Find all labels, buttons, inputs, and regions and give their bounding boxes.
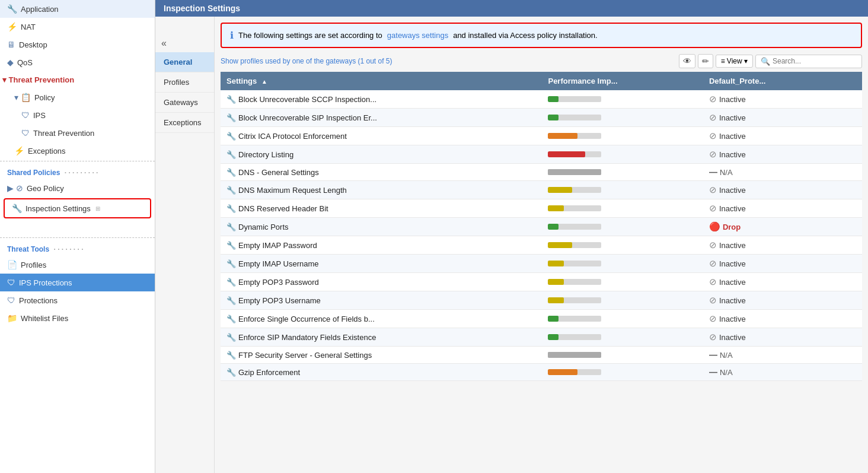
tab-exceptions[interactable]: Exceptions: [155, 113, 214, 133]
table-row[interactable]: 🔧DNS Reserved Header Bit ⊘ Inactive: [221, 199, 862, 218]
empty-cell: [838, 328, 862, 347]
status-cell: ⊘ Inactive: [703, 328, 838, 347]
sidebar-item-whitelist-files[interactable]: 📁 Whitelist Files: [0, 309, 155, 327]
status-inactive: ⊘ Inactive: [709, 295, 832, 306]
whitelist-files-icon: 📁: [7, 313, 17, 323]
perf-bar-container: [548, 224, 601, 230]
tab-gateways[interactable]: Gateways: [155, 93, 214, 113]
empty-cell: [838, 90, 862, 109]
setting-cell: 🔧Empty IMAP Username: [221, 255, 542, 273]
wrench-icon: 🔧: [226, 223, 236, 231]
table-row[interactable]: 🔧Citrix ICA Protocol Enforcement ⊘ Inact…: [221, 127, 862, 145]
setting-cell: 🔧Block Unrecoverable SIP Inspection Er..…: [221, 109, 542, 127]
perf-bar-fill: [548, 224, 559, 230]
setting-cell: 🔧Citrix ICA Protocol Enforcement: [221, 127, 542, 145]
table-row[interactable]: 🔧Block Unrecoverable SIP Inspection Er..…: [221, 109, 862, 127]
sidebar-item-threat-prevention-sub[interactable]: 🛡 Threat Prevention: [0, 124, 155, 142]
geo-policy-icon: ▶ ⊘: [7, 183, 23, 193]
sidebar-item-label: Policy: [34, 93, 55, 102]
protections-icon: 🛡: [7, 296, 15, 305]
threat-prevention-label: ▾ Threat Prevention: [2, 75, 74, 84]
search-box[interactable]: 🔍: [755, 55, 862, 68]
inactive-label: Inactive: [719, 315, 746, 323]
collapse-button[interactable]: «: [155, 34, 214, 52]
status-cell: 🔴 Drop: [703, 218, 838, 236]
sidebar-item-ips-protections[interactable]: 🛡 IPS Protections: [0, 274, 155, 291]
setting-name: Dynamic Ports: [238, 223, 289, 231]
wrench-icon: 🔧: [226, 95, 236, 104]
table-row[interactable]: 🔧Dynamic Ports 🔴 Drop: [221, 218, 862, 236]
table-row[interactable]: 🔧Empty IMAP Username ⊘ Inactive: [221, 255, 862, 273]
empty-cell: [838, 347, 862, 364]
perf-bar-fill: [548, 115, 559, 120]
table-row[interactable]: 🔧Directory Listing ⊘ Inactive: [221, 145, 862, 164]
sidebar-item-nat[interactable]: ⚡ NAT: [0, 18, 155, 36]
profiles-gateway-link[interactable]: Show profiles used by one of the gateway…: [221, 57, 675, 65]
col-extra: [838, 72, 862, 90]
status-na: — N/A: [709, 350, 832, 360]
table-row[interactable]: 🔧Block Unrecoverable SCCP Inspection... …: [221, 90, 862, 109]
table-row[interactable]: 🔧DNS - General Settings — N/A: [221, 164, 862, 181]
sidebar-item-ips[interactable]: 🛡 IPS: [0, 106, 155, 124]
table-row[interactable]: 🔧Gzip Enforcement — N/A: [221, 364, 862, 381]
gateways-settings-link[interactable]: gateways settings: [387, 31, 448, 40]
shared-policies-section: Shared Policies · · · · · · · · ·: [0, 163, 155, 179]
inactive-label: Inactive: [719, 333, 746, 342]
status-cell: ⊘ Inactive: [703, 255, 838, 273]
setting-name: Block Unrecoverable SIP Inspection Er...: [238, 113, 377, 122]
inactive-icon: ⊘: [709, 240, 717, 250]
setting-cell: 🔧Gzip Enforcement: [221, 364, 542, 381]
sidebar-item-label: Exceptions: [28, 147, 66, 155]
inactive-label: Inactive: [719, 259, 746, 268]
threat-tools-section: Threat Tools · · · · · · · ·: [0, 239, 155, 256]
status-inactive: ⊘ Inactive: [709, 258, 832, 269]
wrench-icon: 🔧: [226, 241, 236, 250]
main-content: Inspection Settings « General Profiles G…: [155, 0, 868, 473]
table-row[interactable]: 🔧Empty POP3 Username ⊘ Inactive: [221, 291, 862, 310]
status-cell: ⊘ Inactive: [703, 109, 838, 127]
sidebar-item-application[interactable]: 🔧 Application: [0, 0, 155, 18]
status-inactive: ⊘ Inactive: [709, 203, 832, 214]
sidebar-item-protections[interactable]: 🛡 Protections: [0, 291, 155, 309]
sidebar-item-inspection-settings[interactable]: 🔧 Inspection Settings ⊞: [4, 198, 151, 218]
qos-icon: ◆: [7, 58, 14, 67]
sidebar-item-profiles[interactable]: 📄 Profiles: [0, 256, 155, 274]
perf-bar-fill: [548, 316, 559, 322]
table-row[interactable]: 🔧DNS Maximum Request Length ⊘ Inactive: [221, 181, 862, 199]
status-inactive: ⊘ Inactive: [709, 313, 832, 324]
eye-button[interactable]: 👁: [679, 54, 695, 68]
wrench-icon: 🔧: [226, 150, 236, 159]
sidebar-item-geo-policy[interactable]: ▶ ⊘ Geo Policy: [0, 179, 155, 197]
badge-icon: ⊞: [95, 205, 100, 212]
table-row[interactable]: 🔧Enforce Single Occurrence of Fields b..…: [221, 310, 862, 328]
inactive-label: Inactive: [719, 241, 746, 250]
pencil-button[interactable]: ✏: [698, 54, 713, 68]
sidebar-item-exceptions[interactable]: ⚡ Exceptions: [0, 142, 155, 160]
table-row[interactable]: 🔧Enforce SIP Mandatory Fields Existence …: [221, 328, 862, 347]
table-row[interactable]: 🔧Empty POP3 Password ⊘ Inactive: [221, 273, 862, 291]
sidebar-item-desktop[interactable]: 🖥 Desktop: [0, 36, 155, 53]
view-dropdown-button[interactable]: ≡ View ▾: [716, 55, 753, 68]
table-row[interactable]: 🔧Empty IMAP Password ⊘ Inactive: [221, 236, 862, 255]
application-icon: 🔧: [7, 4, 17, 14]
status-cell: ⊘ Inactive: [703, 90, 838, 109]
sidebar-item-policy[interactable]: ▾ 📋 Policy: [0, 88, 155, 106]
search-input[interactable]: [773, 57, 844, 65]
table-row[interactable]: 🔧FTP Security Server - General Settings …: [221, 347, 862, 364]
tab-profiles[interactable]: Profiles: [155, 72, 214, 93]
sidebar-item-label: Inspection Settings: [25, 204, 91, 213]
perf-bar-container: [548, 151, 601, 157]
status-cell: ⊘ Inactive: [703, 199, 838, 218]
status-inactive: ⊘ Inactive: [709, 185, 832, 195]
sidebar-item-label: Geo Policy: [27, 184, 64, 193]
setting-cell: 🔧FTP Security Server - General Settings: [221, 347, 542, 364]
tab-general[interactable]: General: [155, 52, 214, 72]
perf-bar-container: [548, 242, 601, 248]
nat-icon: ⚡: [7, 22, 17, 31]
sidebar-item-qos[interactable]: ◆ QoS: [0, 53, 155, 71]
empty-cell: [838, 127, 862, 145]
performance-cell: [542, 328, 703, 347]
inactive-icon: ⊘: [709, 295, 717, 306]
profiles-icon: 📄: [7, 260, 17, 269]
perf-bar-container: [548, 133, 601, 139]
